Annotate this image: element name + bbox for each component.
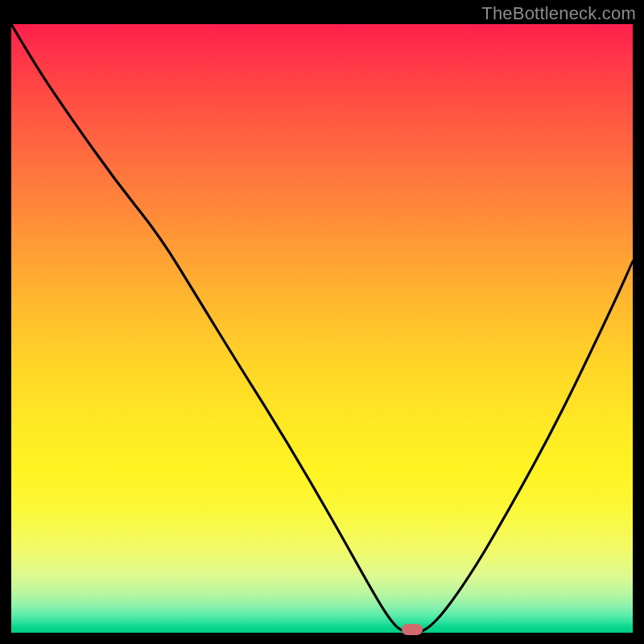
watermark-text: TheBottleneck.com <box>481 3 636 24</box>
chart-frame: TheBottleneck.com <box>0 0 644 644</box>
bottleneck-curve <box>11 24 633 633</box>
plot-area <box>11 24 633 633</box>
optimum-marker <box>402 624 423 635</box>
